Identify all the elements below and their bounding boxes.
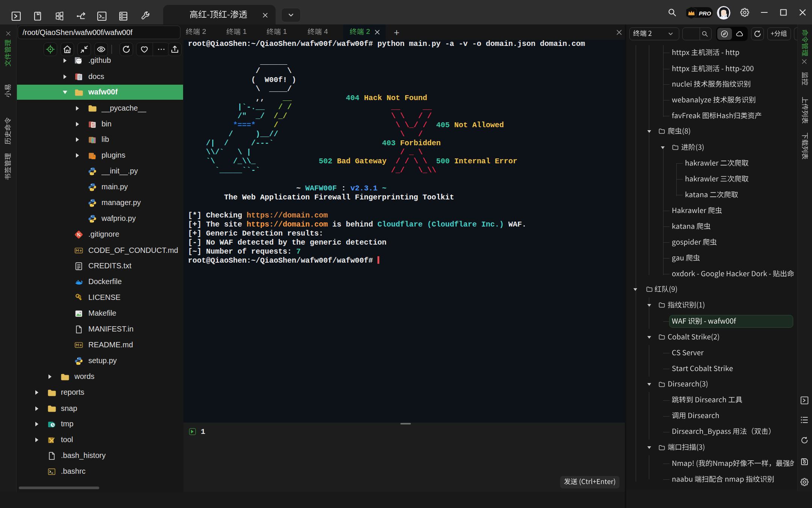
svg-text:10: 10	[92, 125, 95, 128]
svg-text:PRO: PRO	[699, 10, 711, 17]
